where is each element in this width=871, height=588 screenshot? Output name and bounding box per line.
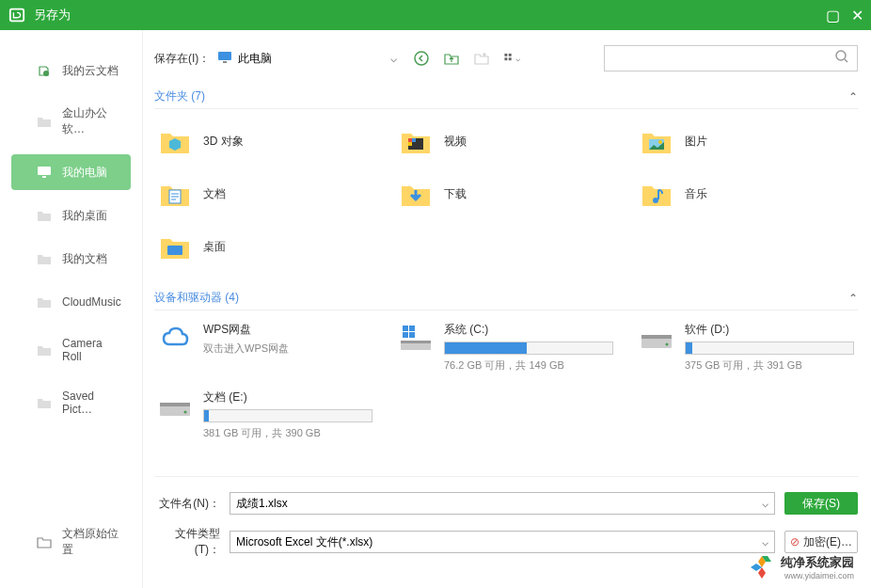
sidebar-item-cloud-docs[interactable]: 我的云文档	[11, 53, 131, 88]
drive-name: 软件 (D:)	[685, 322, 854, 338]
sidebar-item-camera-roll[interactable]: Camera Roll	[11, 327, 131, 373]
sidebar-item-label: Camera Roll	[62, 337, 119, 363]
svg-rect-8	[509, 54, 512, 56]
folder-downloads[interactable]: 下载	[395, 169, 617, 218]
sidebar-item-label: 文档原始位置	[62, 526, 120, 558]
svg-point-32	[184, 411, 187, 414]
folder-music[interactable]: 音乐	[636, 169, 858, 218]
titlebar-title: 另存为	[34, 7, 826, 24]
folders-grid: 3D 对象 视频 图片 文档 下载 音乐	[154, 117, 858, 271]
drive-name: 系统 (C:)	[444, 322, 613, 338]
folder-label: 3D 对象	[203, 134, 244, 150]
sidebar-item-label: 我的文档	[62, 251, 107, 267]
folder-desktop-icon	[158, 230, 192, 263]
folder-icon	[36, 113, 53, 130]
svg-point-11	[836, 51, 846, 60]
content-area: 保存在(I)： 此电脑 ⌵ ⌵ 文件夹 (7) ⌃	[143, 30, 871, 588]
drive-software-d[interactable]: 软件 (D:) 375 GB 可用，共 391 GB	[636, 318, 858, 376]
watermark-text: 纯净系统家园	[781, 555, 854, 569]
new-folder-icon[interactable]	[473, 50, 490, 67]
svg-rect-7	[505, 54, 508, 56]
lock-icon: ⊘	[790, 535, 800, 548]
up-folder-icon[interactable]	[443, 50, 460, 67]
folders-section-header[interactable]: 文件夹 (7) ⌃	[154, 85, 858, 109]
svg-point-1	[43, 71, 49, 76]
sidebar-item-documents[interactable]: 我的文档	[11, 241, 131, 277]
drive-free-text: 76.2 GB 可用，共 149 GB	[444, 358, 613, 373]
save-button[interactable]: 保存(S)	[784, 492, 858, 515]
location-value: 此电脑	[238, 51, 272, 67]
svg-rect-13	[408, 138, 412, 142]
sidebar-item-cloudmusic[interactable]: CloudMusic	[11, 284, 131, 320]
drive-documents-e[interactable]: 文档 (E:) 381 GB 可用，共 390 GB	[154, 386, 376, 444]
folder-icon	[36, 342, 53, 358]
folder-videos[interactable]: 视频	[395, 117, 617, 166]
watermark-url: www.yidaimei.com	[781, 571, 854, 580]
drive-free-text: 381 GB 可用，共 390 GB	[203, 426, 372, 440]
folder-label: 图片	[685, 134, 707, 150]
folder-pictures[interactable]: 图片	[636, 117, 858, 166]
folder-open-icon	[36, 533, 53, 550]
back-icon[interactable]	[413, 50, 430, 67]
folder-label: 视频	[444, 134, 467, 150]
folder-download-icon	[399, 177, 433, 211]
toolbar: 保存在(I)： 此电脑 ⌵ ⌵	[154, 45, 858, 72]
watermark-logo-icon	[749, 554, 775, 580]
drive-usage-bar	[685, 342, 854, 355]
svg-rect-22	[401, 341, 431, 343]
folder-label: 音乐	[685, 186, 707, 202]
drive-system-c[interactable]: 系统 (C:) 76.2 GB 可用，共 149 GB	[395, 318, 617, 376]
search-icon[interactable]	[834, 49, 849, 68]
search-box[interactable]	[604, 45, 858, 72]
sidebar: 我的云文档 金山办公软… 我的电脑 我的桌面 我的文档 CloudMusic C…	[0, 30, 143, 588]
filename-input[interactable]: 成绩1.xlsx ⌵	[230, 492, 775, 515]
drive-name: 文档 (E:)	[203, 389, 372, 405]
chevron-down-icon: ⌵	[390, 52, 397, 65]
drive-free-text: 375 GB 可用，共 391 GB	[685, 358, 854, 373]
folder-picture-icon	[640, 124, 673, 158]
encrypt-button[interactable]: ⊘ 加密(E)…	[784, 531, 858, 553]
sidebar-item-original-location[interactable]: 文档原始位置	[11, 516, 132, 567]
folder-documents[interactable]: 文档	[154, 169, 376, 218]
folder-3d-objects[interactable]: 3D 对象	[154, 117, 376, 166]
maximize-icon[interactable]: ▢	[826, 7, 840, 24]
folder-icon	[36, 394, 53, 411]
watermark: 纯净系统家园 www.yidaimei.com	[749, 554, 854, 580]
chevron-up-icon[interactable]: ⌃	[848, 292, 858, 305]
svg-rect-2	[38, 167, 51, 175]
search-input[interactable]	[612, 52, 834, 65]
folder-desktop[interactable]: 桌面	[154, 222, 376, 271]
app-logo-icon	[8, 6, 26, 24]
folder-icon	[36, 207, 53, 224]
chevron-down-icon[interactable]: ⌵	[762, 497, 768, 510]
cloud-icon	[158, 322, 192, 356]
sidebar-item-kingsoft[interactable]: 金山办公软…	[11, 96, 131, 147]
sidebar-item-my-computer[interactable]: 我的电脑	[11, 154, 131, 190]
svg-rect-0	[10, 9, 24, 22]
drive-name: WPS网盘	[203, 322, 372, 338]
svg-rect-15	[408, 142, 412, 146]
chevron-down-icon[interactable]: ⌵	[762, 535, 768, 548]
sidebar-item-label: CloudMusic	[62, 295, 121, 309]
view-mode-icon[interactable]: ⌵	[503, 50, 520, 67]
sidebar-item-label: 金山办公软…	[62, 105, 119, 137]
chevron-up-icon[interactable]: ⌃	[848, 90, 858, 103]
close-icon[interactable]: ✕	[851, 7, 863, 24]
filename-label: 文件名(N)：	[154, 496, 220, 512]
sidebar-item-saved-pictures[interactable]: Saved Pict…	[11, 380, 131, 425]
folder-video-icon	[399, 124, 433, 158]
drive-wps-cloud[interactable]: WPS网盘 双击进入WPS网盘	[154, 318, 376, 376]
filetype-select[interactable]: Microsoft Excel 文件(*.xlsx) ⌵	[230, 531, 775, 553]
drives-section-header[interactable]: 设备和驱动器 (4) ⌃	[154, 286, 858, 310]
drive-usage-bar	[444, 342, 613, 355]
svg-rect-26	[409, 332, 415, 338]
sidebar-item-label: 我的电脑	[62, 165, 107, 181]
sidebar-item-label: 我的桌面	[62, 208, 107, 224]
location-select[interactable]: 此电脑 ⌵	[217, 46, 405, 71]
svg-point-19	[653, 198, 658, 203]
folder-label: 桌面	[203, 239, 226, 255]
folder-icon	[36, 250, 53, 267]
sidebar-item-desktop[interactable]: 我的桌面	[11, 198, 131, 233]
folder-3d-icon	[158, 124, 192, 158]
folder-label: 下载	[444, 186, 467, 202]
